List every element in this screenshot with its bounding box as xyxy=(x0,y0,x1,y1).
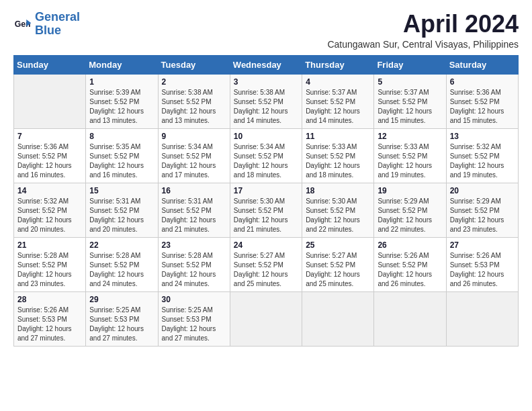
header-cell-tuesday: Tuesday xyxy=(158,55,230,74)
logo-text: General Blue xyxy=(35,11,80,38)
title-block: April 2024 Catungawan Sur, Central Visay… xyxy=(327,11,519,50)
day-number: 6 xyxy=(450,77,515,87)
day-number: 30 xyxy=(162,295,226,304)
day-info: Sunrise: 5:25 AMSunset: 5:53 PMDaylight:… xyxy=(162,306,226,343)
header-cell-monday: Monday xyxy=(86,55,158,74)
day-cell: 23Sunrise: 5:28 AMSunset: 5:52 PMDayligh… xyxy=(158,237,230,291)
day-cell: 5Sunrise: 5:37 AMSunset: 5:52 PMDaylight… xyxy=(374,74,446,128)
day-cell: 15Sunrise: 5:31 AMSunset: 5:52 PMDayligh… xyxy=(86,183,158,237)
day-cell: 9Sunrise: 5:34 AMSunset: 5:52 PMDaylight… xyxy=(158,128,230,183)
day-cell: 2Sunrise: 5:38 AMSunset: 5:52 PMDaylight… xyxy=(158,74,230,128)
day-info: Sunrise: 5:33 AMSunset: 5:52 PMDaylight:… xyxy=(378,142,442,180)
day-cell: 27Sunrise: 5:26 AMSunset: 5:53 PMDayligh… xyxy=(446,237,518,291)
day-info: Sunrise: 5:31 AMSunset: 5:52 PMDaylight:… xyxy=(89,197,154,234)
day-info: Sunrise: 5:37 AMSunset: 5:52 PMDaylight:… xyxy=(306,88,370,126)
week-row-4: 21Sunrise: 5:28 AMSunset: 5:52 PMDayligh… xyxy=(14,237,519,291)
day-cell: 17Sunrise: 5:30 AMSunset: 5:52 PMDayligh… xyxy=(230,183,302,237)
day-number: 15 xyxy=(89,186,154,195)
day-info: Sunrise: 5:31 AMSunset: 5:52 PMDaylight:… xyxy=(162,197,226,234)
day-info: Sunrise: 5:25 AMSunset: 5:53 PMDaylight:… xyxy=(89,306,154,343)
day-info: Sunrise: 5:26 AMSunset: 5:52 PMDaylight:… xyxy=(378,251,442,289)
day-number: 27 xyxy=(450,240,515,250)
day-info: Sunrise: 5:26 AMSunset: 5:53 PMDaylight:… xyxy=(17,306,82,343)
day-number: 23 xyxy=(162,240,226,250)
logo-icon: Gen xyxy=(13,15,32,34)
day-cell: 24Sunrise: 5:27 AMSunset: 5:52 PMDayligh… xyxy=(230,237,302,291)
day-cell: 26Sunrise: 5:26 AMSunset: 5:52 PMDayligh… xyxy=(374,237,446,291)
day-cell xyxy=(374,291,446,346)
day-number: 9 xyxy=(162,132,226,141)
day-number: 20 xyxy=(450,186,515,195)
day-cell: 19Sunrise: 5:29 AMSunset: 5:52 PMDayligh… xyxy=(374,183,446,237)
day-info: Sunrise: 5:35 AMSunset: 5:52 PMDaylight:… xyxy=(89,142,154,180)
day-info: Sunrise: 5:29 AMSunset: 5:52 PMDaylight:… xyxy=(378,197,442,234)
day-cell: 6Sunrise: 5:36 AMSunset: 5:52 PMDaylight… xyxy=(446,74,518,128)
day-number: 11 xyxy=(306,132,370,141)
day-info: Sunrise: 5:34 AMSunset: 5:52 PMDaylight:… xyxy=(234,142,298,180)
day-number: 19 xyxy=(378,186,442,195)
day-cell: 1Sunrise: 5:39 AMSunset: 5:52 PMDaylight… xyxy=(86,74,158,128)
week-row-1: 1Sunrise: 5:39 AMSunset: 5:52 PMDaylight… xyxy=(14,74,519,128)
day-info: Sunrise: 5:33 AMSunset: 5:52 PMDaylight:… xyxy=(306,142,370,180)
day-number: 2 xyxy=(162,77,226,87)
day-cell: 16Sunrise: 5:31 AMSunset: 5:52 PMDayligh… xyxy=(158,183,230,237)
day-number: 21 xyxy=(17,240,82,250)
day-cell: 10Sunrise: 5:34 AMSunset: 5:52 PMDayligh… xyxy=(230,128,302,183)
day-info: Sunrise: 5:39 AMSunset: 5:52 PMDaylight:… xyxy=(89,88,154,126)
day-info: Sunrise: 5:30 AMSunset: 5:52 PMDaylight:… xyxy=(306,197,370,234)
day-info: Sunrise: 5:38 AMSunset: 5:52 PMDaylight:… xyxy=(162,88,226,126)
header-cell-saturday: Saturday xyxy=(446,55,518,74)
day-cell: 28Sunrise: 5:26 AMSunset: 5:53 PMDayligh… xyxy=(14,291,86,346)
calendar-header: SundayMondayTuesdayWednesdayThursdayFrid… xyxy=(14,55,519,74)
day-info: Sunrise: 5:27 AMSunset: 5:52 PMDaylight:… xyxy=(234,251,298,289)
logo-line2: Blue xyxy=(35,24,61,37)
day-number: 16 xyxy=(162,186,226,195)
day-number: 22 xyxy=(89,240,154,250)
day-number: 26 xyxy=(378,240,442,250)
day-cell: 11Sunrise: 5:33 AMSunset: 5:52 PMDayligh… xyxy=(302,128,374,183)
day-cell: 25Sunrise: 5:27 AMSunset: 5:52 PMDayligh… xyxy=(302,237,374,291)
day-info: Sunrise: 5:30 AMSunset: 5:52 PMDaylight:… xyxy=(234,197,298,234)
header-cell-wednesday: Wednesday xyxy=(230,55,302,74)
day-number: 24 xyxy=(234,240,298,250)
day-number: 4 xyxy=(306,77,370,87)
day-number: 14 xyxy=(17,186,82,195)
day-cell: 18Sunrise: 5:30 AMSunset: 5:52 PMDayligh… xyxy=(302,183,374,237)
day-info: Sunrise: 5:29 AMSunset: 5:52 PMDaylight:… xyxy=(450,197,515,234)
day-cell: 29Sunrise: 5:25 AMSunset: 5:53 PMDayligh… xyxy=(86,291,158,346)
day-cell: 14Sunrise: 5:32 AMSunset: 5:52 PMDayligh… xyxy=(14,183,86,237)
day-number: 5 xyxy=(378,77,442,87)
day-cell: 30Sunrise: 5:25 AMSunset: 5:53 PMDayligh… xyxy=(158,291,230,346)
page-header: Gen General Blue April 2024 Catungawan S… xyxy=(13,11,519,50)
day-info: Sunrise: 5:27 AMSunset: 5:52 PMDaylight:… xyxy=(306,251,370,289)
day-number: 1 xyxy=(89,77,154,87)
day-info: Sunrise: 5:32 AMSunset: 5:52 PMDaylight:… xyxy=(17,197,82,234)
subtitle: Catungawan Sur, Central Visayas, Philipp… xyxy=(327,39,519,50)
day-cell: 21Sunrise: 5:28 AMSunset: 5:52 PMDayligh… xyxy=(14,237,86,291)
day-info: Sunrise: 5:38 AMSunset: 5:52 PMDaylight:… xyxy=(234,88,298,126)
week-row-5: 28Sunrise: 5:26 AMSunset: 5:53 PMDayligh… xyxy=(14,291,519,346)
day-info: Sunrise: 5:28 AMSunset: 5:52 PMDaylight:… xyxy=(162,251,226,289)
day-number: 28 xyxy=(17,295,82,304)
calendar-table: SundayMondayTuesdayWednesdayThursdayFrid… xyxy=(13,55,519,347)
day-cell: 3Sunrise: 5:38 AMSunset: 5:52 PMDaylight… xyxy=(230,74,302,128)
logo-line1: General xyxy=(35,10,80,24)
day-number: 18 xyxy=(306,186,370,195)
logo: Gen General Blue xyxy=(13,11,80,38)
day-number: 29 xyxy=(89,295,154,304)
day-cell xyxy=(446,291,518,346)
day-number: 12 xyxy=(378,132,442,141)
day-info: Sunrise: 5:26 AMSunset: 5:53 PMDaylight:… xyxy=(450,251,515,289)
header-row: SundayMondayTuesdayWednesdayThursdayFrid… xyxy=(14,55,519,74)
day-info: Sunrise: 5:28 AMSunset: 5:52 PMDaylight:… xyxy=(17,251,82,289)
day-cell xyxy=(302,291,374,346)
day-info: Sunrise: 5:34 AMSunset: 5:52 PMDaylight:… xyxy=(162,142,226,180)
header-cell-thursday: Thursday xyxy=(302,55,374,74)
day-number: 25 xyxy=(306,240,370,250)
day-cell: 13Sunrise: 5:32 AMSunset: 5:52 PMDayligh… xyxy=(446,128,518,183)
day-info: Sunrise: 5:32 AMSunset: 5:52 PMDaylight:… xyxy=(450,142,515,180)
day-cell xyxy=(14,74,86,128)
day-info: Sunrise: 5:28 AMSunset: 5:52 PMDaylight:… xyxy=(89,251,154,289)
day-number: 17 xyxy=(234,186,298,195)
day-number: 3 xyxy=(234,77,298,87)
